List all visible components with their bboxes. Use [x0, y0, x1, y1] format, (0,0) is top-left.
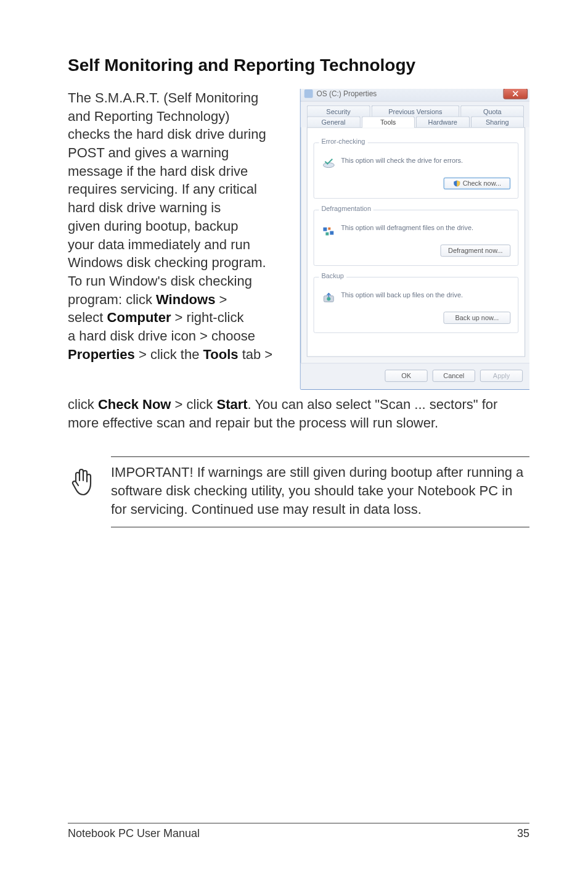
intro-line: and Reporting Technology) [68, 109, 230, 124]
page-footer: Notebook PC User Manual 35 [68, 823, 529, 840]
tab-security[interactable]: Security [307, 105, 370, 117]
group-text: This option will check the drive for err… [341, 157, 463, 165]
note-text: IMPORTANT! If warnings are still given d… [111, 463, 529, 518]
group-text: This option will defragment files on the… [341, 224, 473, 232]
dialog-button-row: OK Cancel Apply [301, 363, 529, 389]
cancel-button[interactable]: Cancel [433, 369, 475, 382]
page-number: 35 [517, 827, 529, 840]
group-label: Error-checking [319, 138, 367, 145]
apply-button[interactable]: Apply [480, 369, 523, 382]
intro-seq: > right-click [171, 310, 243, 325]
shield-icon [453, 179, 460, 187]
tab-hardware[interactable]: Hardware [416, 116, 470, 128]
intro-seq: tab > [239, 347, 273, 362]
group-label: Backup [319, 272, 346, 279]
cont-text: > click [171, 397, 216, 412]
backup-now-button[interactable]: Back up now... [443, 311, 510, 324]
important-note: IMPORTANT! If warnings are still given d… [111, 456, 529, 527]
close-button[interactable] [503, 89, 528, 99]
kw-tools: Tools [203, 347, 238, 362]
intro-seq: program: click [68, 292, 156, 307]
kw-properties: Properties [68, 347, 135, 362]
intro-seq: > [215, 292, 227, 307]
intro-line: your data immediately and run [68, 237, 250, 252]
check-now-label: Check now... [463, 179, 501, 187]
check-disk-icon [321, 157, 336, 171]
footer-title: Notebook PC User Manual [68, 827, 200, 840]
group-label: Defragmentation [319, 205, 373, 212]
kw-check-now: Check Now [98, 397, 171, 412]
intro-line: The S.M.A.R.T. (Self Monitoring [68, 90, 258, 105]
defragmentation-group: Defragmentation This option will defragm… [314, 210, 519, 266]
intro-seq: select [68, 310, 107, 325]
intro-seq: a hard disk drive icon > choose [68, 328, 255, 344]
svg-rect-4 [330, 231, 333, 235]
kw-computer: Computer [107, 310, 171, 325]
intro-line: requires servicing. If any critical [68, 181, 257, 197]
intro-seq: > click the [135, 347, 203, 362]
tab-sharing[interactable]: Sharing [471, 116, 525, 128]
tab-quota[interactable]: Quota [460, 105, 524, 117]
tab-general[interactable]: General [307, 116, 361, 128]
section-heading: Self Monitoring and Reporting Technology [68, 56, 529, 75]
close-icon [512, 90, 518, 96]
dialog-title: OS (C:) Properties [317, 89, 377, 97]
intro-line: given during bootup, backup [68, 218, 238, 234]
defragment-now-button[interactable]: Defragment now... [440, 244, 510, 257]
tab-previous-versions[interactable]: Previous Versions [371, 105, 459, 117]
intro-line: To run Window's disk checking [68, 273, 252, 289]
intro-line: POST and gives a warning [68, 145, 229, 160]
svg-rect-1 [323, 228, 327, 231]
tab-tools[interactable]: Tools [361, 116, 415, 128]
properties-dialog: OS (C:) Properties Security Previous Ver… [300, 89, 529, 390]
intro-line: hard disk drive warning is [68, 200, 221, 215]
svg-rect-3 [325, 233, 329, 236]
svg-rect-2 [328, 228, 330, 230]
dialog-titlebar: OS (C:) Properties [301, 89, 529, 102]
error-checking-group: Error-checking This option will check th… [314, 142, 519, 199]
tools-panel: Error-checking This option will check th… [307, 127, 525, 357]
intro-paragraph: The S.M.A.R.T. (Self Monitoring and Repo… [68, 89, 280, 363]
cont-text: click [68, 397, 98, 412]
svg-point-6 [327, 297, 330, 301]
drive-icon [304, 89, 313, 97]
group-text: This option will back up files on the dr… [341, 291, 463, 299]
kw-start: Start [216, 397, 247, 412]
ok-button[interactable]: OK [385, 369, 427, 382]
continuation-paragraph: click Check Now > click Start. You can a… [68, 393, 529, 432]
kw-windows: Windows [156, 292, 215, 307]
tab-bar: Security Previous Versions Quota General… [301, 102, 529, 128]
intro-line: checks the hard disk drive during [68, 126, 266, 142]
backup-icon [321, 291, 336, 306]
check-now-button[interactable]: Check now... [443, 177, 510, 189]
defrag-icon [321, 224, 336, 239]
intro-line: message if the hard disk drive [68, 163, 248, 179]
backup-group: Backup This option will back up files on… [314, 277, 519, 333]
hand-stop-icon [68, 467, 99, 498]
intro-line: Windows disk checking program. [68, 255, 266, 270]
